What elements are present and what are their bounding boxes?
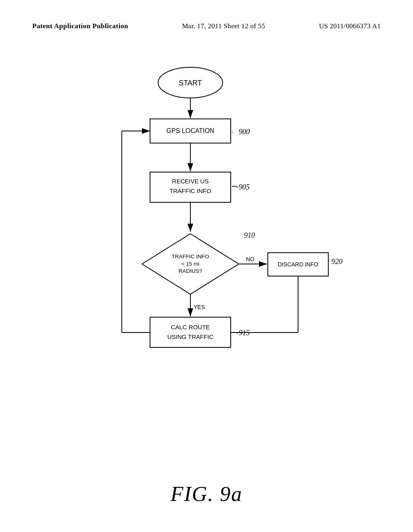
decision-label-1: TRAFFIC INFO [172,254,209,260]
flowchart-diagram: START GPS LOCATION 900 RECEIVE US TRAFFI… [65,52,348,435]
calc-label-2: USING TRAFFIC [167,333,214,340]
label-910: 910 [244,231,255,239]
label-900: 900 [239,128,250,136]
label-905: 905 [239,183,250,191]
decision-label-3: RADIUS? [179,268,202,274]
page-header: Patent Application Publication Mar. 17, … [0,22,413,30]
header-patent-number: US 2011/0066373 A1 [319,22,381,30]
flowchart-svg: START GPS LOCATION 900 RECEIVE US TRAFFI… [65,52,348,435]
decision-label-2: < 15 mi [181,261,200,267]
label-915: 915 [239,329,250,337]
no-label: NO [246,256,254,262]
receive-label-1: RECEIVE US [172,178,209,185]
calc-node [150,317,231,347]
gps-label: GPS LOCATION [167,127,215,134]
header-publication-type: Patent Application Publication [32,22,128,30]
figure-label: FIG. 9a [171,482,243,506]
yes-label: YES [194,304,205,310]
label-905-line [232,186,238,187]
receive-label-2: TRAFFIC INFO [169,187,211,194]
label-920: 920 [332,258,342,266]
calc-label-1: CALC ROUTE [171,324,210,330]
discard-label: DISCARD INFO [278,261,318,268]
start-label: START [179,79,202,87]
header-date-sheet: Mar. 17, 2011 Sheet 12 of 55 [182,22,265,30]
